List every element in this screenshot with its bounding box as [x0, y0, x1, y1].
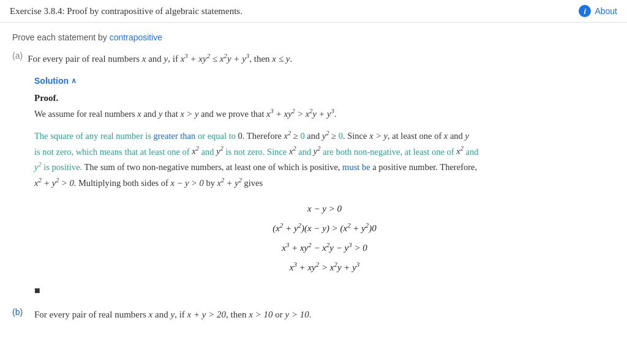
- proof-block: Proof. We assume for real numbers x and …: [12, 93, 615, 296]
- proof-para: The square of any real number is greater…: [34, 128, 615, 191]
- about-label: About: [595, 6, 617, 16]
- solution-toggle[interactable]: Solution ∧: [12, 76, 615, 86]
- math-line-4: x3 + xy2 > x2y + y3: [34, 258, 615, 277]
- intro-text: Prove each statement by contrapositive: [12, 32, 615, 42]
- info-icon: i: [579, 5, 591, 17]
- chevron-up-icon: ∧: [71, 76, 77, 85]
- math-line-1: x − y > 0: [34, 199, 615, 218]
- solution-label: Solution: [34, 76, 69, 86]
- proof-label: Proof.: [34, 93, 615, 103]
- part-b-row: (b) For every pair of real numbers x and…: [12, 307, 615, 322]
- math-line-3: x3 + xy2 − x2y − y3 > 0: [34, 239, 615, 257]
- part-b-statement: For every pair of real numbers x and y, …: [34, 307, 312, 322]
- part-a-label: (a): [12, 51, 23, 61]
- contrapositive-link[interactable]: contrapositive: [110, 32, 162, 42]
- math-line-2: (x2 + y2)(x − y) > (x2 + y2)0: [34, 219, 615, 237]
- part-a-row: (a) For every pair of real numbers x and…: [12, 51, 615, 72]
- qed-symbol: ■: [34, 285, 615, 296]
- math-equations: x − y > 0 (x2 + y2)(x − y) > (x2 + y2)0 …: [34, 199, 615, 277]
- part-b-label: (b): [12, 307, 29, 317]
- proof-line1: We assume for real numbers x and y that …: [34, 106, 615, 122]
- page-title: Exercise 3.8.4: Proof by contrapositive …: [10, 6, 242, 17]
- page-header: Exercise 3.8.4: Proof by contrapositive …: [0, 0, 627, 23]
- main-content: Prove each statement by contrapositive (…: [0, 23, 627, 335]
- about-button[interactable]: i About: [579, 5, 617, 17]
- part-a-statement: For every pair of real numbers x and y, …: [28, 51, 292, 66]
- part-b-section: (b) For every pair of real numbers x and…: [12, 307, 615, 322]
